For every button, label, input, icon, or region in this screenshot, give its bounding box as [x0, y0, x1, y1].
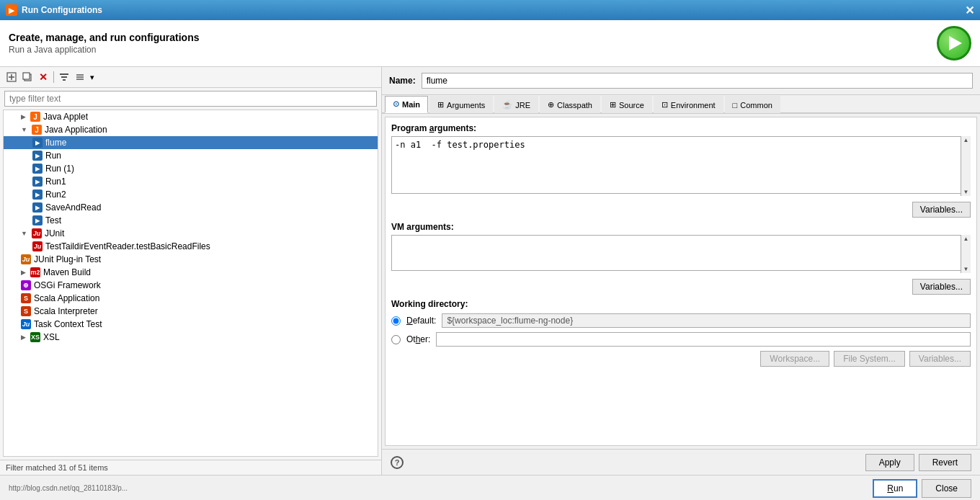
- tree-item-maven[interactable]: ▶ m2 Maven Build: [4, 266, 378, 279]
- tree-item-scala-app[interactable]: S Scala Application: [4, 292, 378, 305]
- tab-arguments-label: Arguments: [447, 101, 485, 110]
- tree-item-scala-interp[interactable]: S Scala Interpreter: [4, 305, 378, 318]
- tab-common-icon: □: [733, 101, 738, 110]
- tree-item-junit-plugin[interactable]: Ju JUnit Plug-in Test: [4, 253, 378, 266]
- apply-button[interactable]: Apply: [865, 454, 914, 471]
- close-window-button[interactable]: ✕: [965, 4, 974, 17]
- default-radio-row: Default: ${workspace_loc:flume-ng-node}: [391, 313, 971, 328]
- tree-item-java-application[interactable]: ▼ J Java Application: [4, 123, 378, 136]
- tree-item-xsl[interactable]: ▶ XS XSL: [4, 331, 378, 344]
- program-args-container: -n a1 -f test.properties ▲ ▼: [391, 136, 971, 196]
- dialog-title: Run Configurations: [22, 5, 102, 15]
- duplicate-button[interactable]: [20, 70, 35, 84]
- svg-rect-7: [63, 79, 66, 81]
- separator1: [53, 71, 54, 83]
- dropdown-arrow[interactable]: ▾: [90, 73, 94, 82]
- tree-item-run2[interactable]: ▶ Run2: [4, 188, 378, 201]
- saveandread-label: SaveAndRead: [45, 202, 101, 213]
- osgi-icon: ⊕: [21, 280, 31, 290]
- collapse-button[interactable]: [73, 70, 87, 84]
- other-radio[interactable]: [391, 335, 401, 344]
- new-config-button[interactable]: [4, 70, 19, 84]
- tree-item-junit[interactable]: ▼ Ju JUnit: [4, 227, 378, 240]
- tab-main[interactable]: ⊙ Main: [385, 96, 428, 113]
- tab-classpath[interactable]: ⊕ Classpath: [540, 96, 600, 113]
- tree-item-run[interactable]: ▶ Run: [4, 149, 378, 162]
- name-row: Name:: [382, 67, 980, 95]
- variables-button-3[interactable]: Variables...: [909, 351, 971, 367]
- name-input[interactable]: [422, 73, 973, 89]
- junit-icon: Ju: [32, 228, 42, 238]
- expand-junit[interactable]: ▼: [21, 230, 27, 237]
- tab-classpath-icon: ⊕: [548, 100, 554, 110]
- filter-button[interactable]: [57, 70, 71, 84]
- tree-item-task-context[interactable]: Ju Task Context Test: [4, 318, 378, 331]
- url-text: http://blog.csdn.net/qq_28110183/p...: [9, 484, 128, 492]
- tree-item-osgi[interactable]: ⊕ OSGi Framework: [4, 279, 378, 292]
- default-radio[interactable]: [391, 316, 401, 326]
- program-args-scrollbar[interactable]: ▲ ▼: [961, 136, 971, 196]
- vm-args-scrollbar[interactable]: ▲ ▼: [961, 235, 971, 273]
- file-system-button[interactable]: File System...: [834, 351, 905, 367]
- filter-input[interactable]: [4, 91, 377, 107]
- main-content: ✕ ▾ ▶ J Java Applet ▼ J Java Application: [0, 67, 980, 475]
- testtaildir-icon: Ju: [32, 241, 43, 251]
- run1p-icon: ▶: [32, 164, 43, 174]
- tree-item-java-applet[interactable]: ▶ J Java Applet: [4, 110, 378, 123]
- java-application-icon: J: [32, 125, 42, 135]
- other-dir-input[interactable]: [436, 332, 971, 347]
- variables-button-2[interactable]: Variables...: [912, 279, 971, 295]
- tab-common[interactable]: □ Common: [725, 96, 780, 113]
- help-button[interactable]: ?: [391, 456, 404, 469]
- tree-item-run1p[interactable]: ▶ Run (1): [4, 162, 378, 175]
- maven-label: Maven Build: [43, 267, 91, 277]
- program-args-textarea[interactable]: -n a1 -f test.properties: [391, 136, 971, 194]
- junit-label: JUnit: [45, 228, 64, 238]
- xsl-label: XSL: [43, 332, 60, 342]
- tab-jre[interactable]: ☕ JRE: [494, 96, 538, 113]
- tab-content: Program arguments: -n a1 -f test.propert…: [385, 117, 977, 446]
- vm-args-textarea[interactable]: [391, 235, 971, 271]
- svg-rect-6: [61, 76, 67, 78]
- java-applet-icon: J: [30, 112, 40, 122]
- workspace-btn-label: Workspace...: [770, 354, 820, 364]
- variables-button-1[interactable]: Variables...: [912, 202, 971, 218]
- run-btn-label: Run: [887, 483, 903, 494]
- scala-app-label: Scala Application: [34, 293, 99, 303]
- expand-java-application[interactable]: ▼: [21, 126, 27, 133]
- tab-environment-icon: ⊡: [662, 100, 668, 110]
- junit-plugin-label: JUnit Plug-in Test: [34, 254, 101, 264]
- vm-scroll-up-arrow: ▲: [963, 236, 969, 242]
- filter-status: Filter matched 31 of 51 items: [0, 460, 381, 475]
- tab-source-icon: ⊞: [610, 100, 616, 110]
- left-panel: ✕ ▾ ▶ J Java Applet ▼ J Java Application: [0, 67, 382, 475]
- expand-maven[interactable]: ▶: [21, 269, 26, 276]
- tab-arguments[interactable]: ⊞ Arguments: [429, 96, 493, 113]
- tree-item-testtaildir[interactable]: Ju TestTaildirEventReader.testBasicReadF…: [4, 240, 378, 253]
- other-radio-label: Other:: [406, 334, 430, 344]
- tree-item-saveandread[interactable]: ▶ SaveAndRead: [4, 201, 378, 214]
- tree-item-flume[interactable]: ▶ flume: [4, 136, 378, 149]
- tree-item-run1[interactable]: ▶ Run1: [4, 175, 378, 188]
- header-subtitle: Run a Java application: [9, 45, 200, 55]
- close-button[interactable]: Close: [922, 479, 971, 498]
- run2-label: Run2: [45, 189, 66, 200]
- run1-label: Run1: [45, 177, 66, 187]
- vm-args-container: ▲ ▼: [391, 235, 971, 273]
- working-dir-section: Working directory: Default: ${workspace_…: [391, 299, 971, 367]
- expand-java-applet[interactable]: ▶: [21, 113, 26, 120]
- delete-button[interactable]: ✕: [36, 70, 50, 84]
- tab-source[interactable]: ⊞ Source: [602, 96, 652, 113]
- revert-button[interactable]: Revert: [919, 454, 971, 471]
- task-context-label: Task Context Test: [34, 319, 102, 329]
- run-button[interactable]: Run: [873, 479, 917, 498]
- tab-environment[interactable]: ⊡ Environment: [654, 96, 723, 113]
- tree-area[interactable]: ▶ J Java Applet ▼ J Java Application ▶ f…: [3, 110, 378, 457]
- working-dir-label: Working directory:: [391, 299, 971, 309]
- tree-item-test[interactable]: ▶ Test: [4, 214, 378, 227]
- tabs-row: ⊙ Main ⊞ Arguments ☕ JRE ⊕ Classpath ⊞ S…: [382, 95, 980, 114]
- workspace-button[interactable]: Workspace...: [760, 351, 829, 367]
- play-triangle: [949, 36, 962, 50]
- tab-arguments-icon: ⊞: [437, 100, 444, 110]
- expand-xsl[interactable]: ▶: [21, 334, 26, 341]
